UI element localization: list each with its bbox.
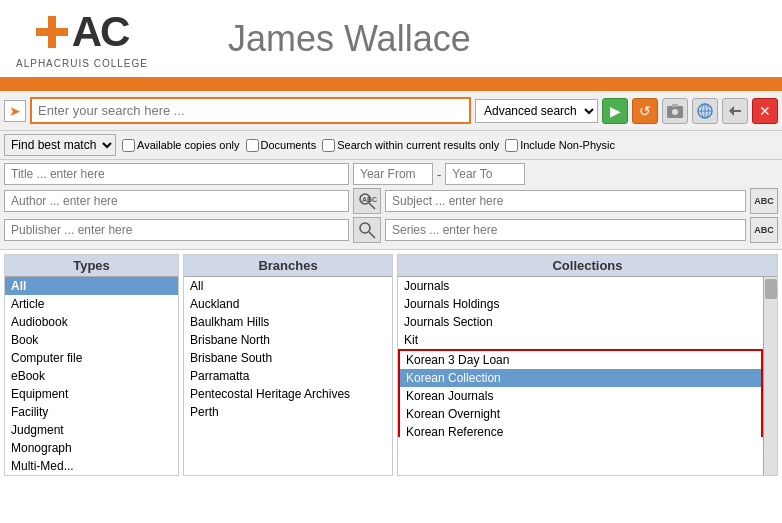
svg-rect-11 bbox=[733, 110, 741, 112]
author-input[interactable] bbox=[4, 190, 349, 212]
title-input[interactable] bbox=[4, 163, 349, 185]
series-input[interactable] bbox=[385, 219, 746, 241]
branches-list[interactable]: AllAucklandBaulkham HillsBrisbane NorthB… bbox=[184, 277, 392, 475]
orange-bar bbox=[0, 81, 782, 91]
collections-list-item[interactable]: Kit bbox=[398, 331, 763, 349]
collections-scroll-area: JournalsJournals HoldingsJournals Sectio… bbox=[398, 277, 777, 475]
year-row: - bbox=[353, 163, 525, 185]
types-list-col: Types AllArticleAudiobookBookComputer fi… bbox=[4, 254, 179, 476]
svg-line-16 bbox=[369, 232, 375, 238]
header: AC ALPHACRUIS COLLEGE James Wallace bbox=[0, 0, 782, 81]
advanced-search-select[interactable]: Advanced search Simple search Expert sea… bbox=[475, 99, 598, 123]
types-list-item[interactable]: Monograph bbox=[5, 439, 178, 457]
close-button[interactable]: ✕ bbox=[752, 98, 778, 124]
collections-scrollbar[interactable] bbox=[763, 277, 777, 475]
branches-list-item[interactable]: All bbox=[184, 277, 392, 295]
documents-label[interactable]: Documents bbox=[246, 139, 317, 152]
documents-checkbox[interactable] bbox=[246, 139, 259, 152]
subject-input[interactable] bbox=[385, 190, 746, 212]
svg-point-4 bbox=[672, 109, 678, 115]
logo-ac-label: AC bbox=[72, 8, 129, 56]
globe-button[interactable] bbox=[692, 98, 718, 124]
branches-list-item[interactable]: Auckland bbox=[184, 295, 392, 313]
search-within-checkbox[interactable] bbox=[322, 139, 335, 152]
types-list-item[interactable]: Multi-Med... bbox=[5, 457, 178, 475]
collections-list-col: Collections JournalsJournals HoldingsJou… bbox=[397, 254, 778, 476]
branches-list-item[interactable]: Pentecostal Heritage Archives bbox=[184, 385, 392, 403]
types-header: Types bbox=[5, 255, 178, 277]
branches-header: Branches bbox=[184, 255, 392, 277]
author-browse-button[interactable]: ABC bbox=[353, 188, 381, 214]
svg-rect-5 bbox=[672, 104, 678, 107]
types-list-item[interactable]: Computer file bbox=[5, 349, 178, 367]
branches-list-item[interactable]: Brisbane North bbox=[184, 331, 392, 349]
title-year-row: - bbox=[4, 163, 778, 185]
fields-area: - ABC ABC ABC bbox=[0, 160, 782, 250]
branches-list-item[interactable]: Brisbane South bbox=[184, 349, 392, 367]
college-name: ALPHACRUIS COLLEGE bbox=[16, 58, 148, 69]
collections-list-item[interactable]: Korean Collection bbox=[400, 369, 761, 387]
refresh-button[interactable]: ↺ bbox=[632, 98, 658, 124]
go-button[interactable]: ▶ bbox=[602, 98, 628, 124]
year-to-input[interactable] bbox=[445, 163, 525, 185]
search-within-label[interactable]: Search within current results only bbox=[322, 139, 499, 152]
types-list-item[interactable]: All bbox=[5, 277, 178, 295]
collections-list-item[interactable]: Korean 3 Day Loan bbox=[400, 351, 761, 369]
types-list-item[interactable]: Facility bbox=[5, 403, 178, 421]
publisher-series-row: ABC bbox=[4, 217, 778, 243]
user-name: James Wallace bbox=[228, 18, 471, 60]
branches-list-col: Branches AllAucklandBaulkham HillsBrisba… bbox=[183, 254, 393, 476]
korean-collection-group: Korean 3 Day LoanKorean CollectionKorean… bbox=[398, 349, 763, 437]
year-from-input[interactable] bbox=[353, 163, 433, 185]
best-match-select[interactable]: Find best match Newest first Oldest firs… bbox=[4, 134, 116, 156]
svg-rect-2 bbox=[48, 16, 56, 48]
collections-header: Collections bbox=[398, 255, 777, 277]
collections-list-item[interactable]: Korean Overnight bbox=[400, 405, 761, 423]
available-copies-label[interactable]: Available copies only bbox=[122, 139, 240, 152]
svg-line-13 bbox=[369, 203, 375, 209]
lists-area: Types AllArticleAudiobookBookComputer fi… bbox=[0, 250, 782, 480]
types-list-item[interactable]: Equipment bbox=[5, 385, 178, 403]
collections-list-item[interactable]: Journals Holdings bbox=[398, 295, 763, 313]
svg-text:ABC: ABC bbox=[362, 196, 377, 203]
publisher-browse-button[interactable] bbox=[353, 217, 381, 243]
subject-browse-button[interactable]: ABC bbox=[750, 188, 778, 214]
collections-list[interactable]: JournalsJournals HoldingsJournals Sectio… bbox=[398, 277, 777, 437]
types-list-item[interactable]: eBook bbox=[5, 367, 178, 385]
include-non-physic-checkbox[interactable] bbox=[505, 139, 518, 152]
author-subject-row: ABC ABC bbox=[4, 188, 778, 214]
types-list[interactable]: AllArticleAudiobookBookComputer fileeBoo… bbox=[5, 277, 178, 475]
collections-list-item[interactable]: Korean Journals bbox=[400, 387, 761, 405]
logo-text: AC bbox=[72, 8, 129, 56]
series-browse-button[interactable]: ABC bbox=[750, 217, 778, 243]
search-input[interactable] bbox=[30, 97, 471, 124]
svg-point-15 bbox=[360, 223, 370, 233]
types-list-item[interactable]: Judgment bbox=[5, 421, 178, 439]
search-bar-row: ➤ Advanced search Simple search Expert s… bbox=[0, 91, 782, 131]
available-copies-checkbox[interactable] bbox=[122, 139, 135, 152]
year-dash: - bbox=[437, 167, 441, 182]
search-arrow-icon[interactable]: ➤ bbox=[4, 100, 26, 122]
include-non-physic-label[interactable]: Include Non-Physic bbox=[505, 139, 615, 152]
branches-list-item[interactable]: Perth bbox=[184, 403, 392, 421]
back-button[interactable] bbox=[722, 98, 748, 124]
types-list-item[interactable]: Book bbox=[5, 331, 178, 349]
logo-area: AC ALPHACRUIS COLLEGE bbox=[16, 8, 148, 69]
types-list-item[interactable]: Article bbox=[5, 295, 178, 313]
logo: AC bbox=[36, 8, 129, 56]
collections-list-item[interactable]: Journals Section bbox=[398, 313, 763, 331]
filter-row: Find best match Newest first Oldest firs… bbox=[0, 131, 782, 160]
logo-cross-icon bbox=[36, 16, 68, 48]
branches-list-item[interactable]: Parramatta bbox=[184, 367, 392, 385]
types-list-item[interactable]: Audiobook bbox=[5, 313, 178, 331]
publisher-input[interactable] bbox=[4, 219, 349, 241]
branches-list-item[interactable]: Baulkham Hills bbox=[184, 313, 392, 331]
photo-button[interactable] bbox=[662, 98, 688, 124]
collections-list-item[interactable]: Korean Reference bbox=[400, 423, 761, 437]
collections-list-item[interactable]: Journals bbox=[398, 277, 763, 295]
